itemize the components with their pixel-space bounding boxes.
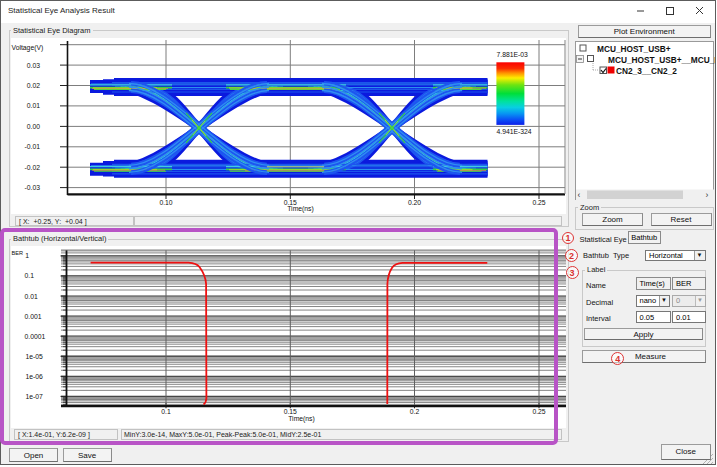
- svg-text:-0.02: -0.02: [25, 164, 41, 171]
- svg-text:‹: ‹: [577, 190, 580, 200]
- svg-text:0.10: 0.10: [159, 199, 172, 206]
- svg-text:4.941E-324: 4.941E-324: [497, 128, 532, 135]
- svg-text:0.03: 0.03: [27, 62, 40, 69]
- svg-text:MCU_HOST_USB+: MCU_HOST_USB+: [597, 43, 671, 53]
- svg-text:0.01: 0.01: [27, 102, 40, 109]
- svg-text:MCU_HOST_USB+__MCU_HO: MCU_HOST_USB+__MCU_HO: [608, 54, 715, 64]
- svg-text:›: ›: [705, 190, 708, 200]
- svg-text:CN2_3__CN2_2: CN2_3__CN2_2: [616, 65, 677, 75]
- svg-text:-0.03: -0.03: [25, 184, 41, 191]
- svg-text:0.02: 0.02: [27, 82, 40, 89]
- svg-text:0.00: 0.00: [27, 123, 40, 130]
- svg-text:Time(ns): Time(ns): [287, 205, 314, 213]
- svg-text:0.20: 0.20: [408, 199, 421, 206]
- svg-text:7.881E-03: 7.881E-03: [497, 51, 529, 58]
- svg-text:Voltage(V): Voltage(V): [12, 44, 44, 52]
- svg-text:0.25: 0.25: [532, 199, 545, 206]
- svg-text:-0.01: -0.01: [25, 143, 41, 150]
